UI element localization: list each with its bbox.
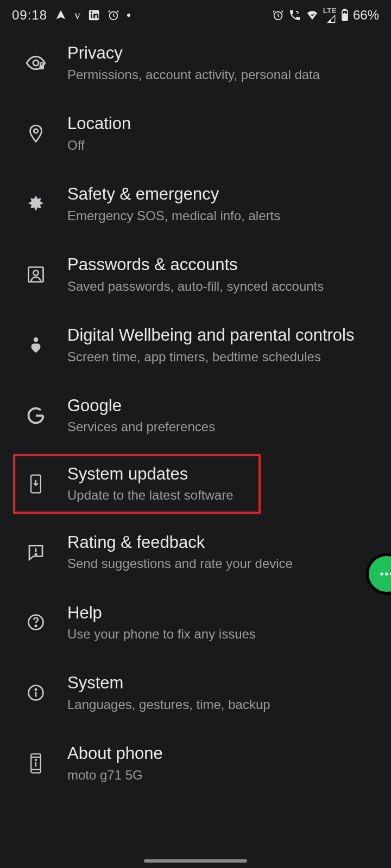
svg-rect-11 [29, 267, 43, 282]
alarm-icon [108, 9, 119, 21]
info-icon [24, 681, 48, 705]
svg-point-27 [380, 572, 383, 575]
linkedin-icon [88, 9, 100, 21]
setting-title: System [67, 673, 378, 694]
wifi-icon [306, 9, 319, 21]
settings-item-system[interactable]: System Languages, gestures, time, backup [0, 658, 391, 728]
alarm-set-icon [272, 9, 284, 21]
help-icon [24, 610, 48, 634]
settings-item-wellbeing[interactable]: Digital Wellbeing and parental controls … [0, 310, 391, 380]
privacy-icon [24, 51, 48, 75]
settings-item-passwords[interactable]: Passwords & accounts Saved passwords, au… [0, 239, 391, 310]
setting-subtitle: Off [67, 137, 378, 154]
setting-text: Safety & emergency Emergency SOS, medica… [67, 184, 378, 224]
setting-title: Digital Wellbeing and parental controls [67, 325, 378, 346]
status-right: LTE 66% [272, 7, 379, 23]
svg-point-25 [35, 760, 36, 761]
settings-item-google[interactable]: Google Services and preferences [0, 380, 391, 451]
svg-rect-6 [344, 9, 346, 10]
notification-dot-icon [127, 14, 130, 17]
svg-point-16 [35, 553, 36, 554]
settings-item-system-updates[interactable]: System updates Update to the latest soft… [0, 451, 391, 517]
phone-info-icon [24, 751, 48, 775]
google-icon [24, 404, 48, 427]
svg-rect-9 [40, 65, 44, 69]
battery-percent: 66% [353, 8, 379, 23]
settings-item-location[interactable]: Location Off [0, 98, 391, 169]
status-bar: 09:18 v LTE 66% [0, 0, 391, 28]
settings-item-privacy[interactable]: Privacy Permissions, account activity, p… [0, 28, 391, 98]
feedback-icon [24, 540, 48, 564]
setting-title: Help [67, 603, 378, 624]
setting-text: System Languages, gestures, time, backup [67, 673, 378, 713]
setting-text: Location Off [67, 113, 378, 154]
svg-point-2 [91, 11, 92, 12]
navigation-handle[interactable] [144, 859, 247, 863]
setting-subtitle: Languages, gestures, time, backup [67, 696, 378, 713]
setting-text: About phone moto g71 5G [67, 743, 378, 783]
settings-item-feedback[interactable]: Rating & feedback Send suggestions and r… [0, 517, 391, 588]
setting-subtitle: Use your phone to fix any issues [67, 626, 378, 642]
setting-title: About phone [67, 743, 378, 764]
svg-rect-1 [91, 14, 92, 18]
setting-subtitle: Send suggestions and rate your device [67, 555, 378, 572]
settings-item-about[interactable]: About phone moto g71 5G [0, 728, 391, 799]
svg-point-12 [34, 270, 39, 275]
battery-icon [341, 9, 349, 22]
setting-title: Safety & emergency [67, 184, 378, 205]
settings-item-help[interactable]: Help Use your phone to fix any issues [0, 588, 391, 658]
setting-text: System updates Update to the latest soft… [67, 464, 378, 504]
setting-title: Google [67, 395, 378, 417]
setting-text: Help Use your phone to fix any issues [67, 603, 378, 643]
setting-text: Digital Wellbeing and parental controls … [67, 325, 378, 365]
emergency-icon [24, 192, 48, 216]
status-left: 09:18 v [12, 8, 130, 23]
setting-title: System updates [67, 464, 378, 485]
svg-point-28 [385, 572, 388, 575]
svg-point-8 [33, 60, 39, 66]
svg-point-13 [34, 338, 37, 341]
setting-subtitle: Emergency SOS, medical info, alerts [67, 207, 378, 224]
setting-subtitle: Update to the latest software [67, 487, 378, 503]
update-icon [24, 472, 48, 496]
settings-list: Privacy Permissions, account activity, p… [0, 28, 391, 815]
setting-subtitle: Screen time, app timers, bedtime schedul… [67, 348, 378, 365]
setting-text: Passwords & accounts Saved passwords, au… [67, 254, 378, 295]
signal-icon: LTE [323, 7, 337, 23]
setting-text: Google Services and preferences [67, 395, 378, 436]
setting-text: Privacy Permissions, account activity, p… [67, 43, 378, 83]
setting-title: Passwords & accounts [67, 254, 378, 276]
app-v-icon: v [74, 8, 80, 22]
send-icon [55, 9, 67, 21]
setting-text: Rating & feedback Send suggestions and r… [67, 532, 378, 572]
svg-point-10 [34, 129, 38, 133]
svg-point-18 [35, 626, 36, 627]
setting-title: Rating & feedback [67, 532, 378, 553]
location-icon [24, 122, 48, 145]
setting-subtitle: Permissions, account activity, personal … [67, 66, 378, 83]
wifi-calling-icon [288, 9, 301, 22]
setting-subtitle: Saved passwords, auto-fill, synced accou… [67, 278, 378, 295]
settings-item-safety[interactable]: Safety & emergency Emergency SOS, medica… [0, 169, 391, 239]
setting-title: Location [67, 113, 378, 135]
account-icon [24, 263, 48, 286]
wellbeing-icon [24, 333, 48, 357]
svg-point-20 [35, 689, 36, 690]
setting-title: Privacy [67, 43, 378, 64]
more-icon [379, 571, 391, 577]
setting-subtitle: Services and preferences [67, 418, 378, 435]
setting-subtitle: moto g71 5G [67, 767, 378, 783]
status-time: 09:18 [12, 8, 47, 23]
